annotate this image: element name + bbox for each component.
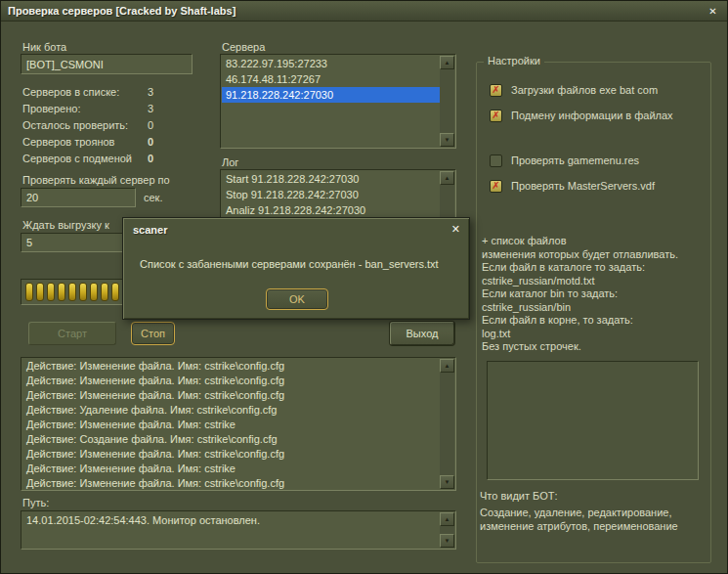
exit-button-label: Выход (407, 328, 439, 339)
list-item[interactable]: Analiz 91.218.228.242:27030 (222, 202, 440, 218)
bot-sees-label: Что видит БОТ: (480, 490, 558, 502)
list-item[interactable]: 91.218.228.242:27030 (222, 87, 440, 103)
stat-label: Проверено: (22, 103, 80, 114)
wait-input[interactable]: 5 (21, 233, 136, 252)
interval-label: Проверять каждый сервер по (22, 174, 170, 186)
nick-label: Ник бота (22, 41, 66, 53)
stats-panel: Серверов в списке:3Проверено:3Осталось п… (22, 86, 194, 169)
help-line: Если файл в корне, то задать: (482, 314, 678, 328)
checkbox-row-download-exe[interactable]: ✗ Загрузки файлов exe bat com (490, 83, 658, 97)
actions-scrollbar[interactable]: ▲ ▼ (440, 359, 454, 489)
progress-block (90, 283, 98, 301)
arrow-down-glyph: ▼ (445, 479, 450, 485)
path-list[interactable]: 14.01.2015-02:42:54:443. Монитор останов… (21, 510, 456, 550)
stat-value: 0 (148, 119, 153, 131)
actions-list[interactable]: Действие: Изменение файла. Имя: cstrike\… (21, 357, 456, 491)
title-bar[interactable]: Проверка серверов [Cracked by Shaft-labs… (1, 1, 727, 22)
list-item[interactable]: Stop 91.218.228.242:27030 (222, 187, 440, 202)
progress-block (79, 283, 87, 301)
scroll-down-icon[interactable]: ▼ (440, 534, 454, 548)
checkbox-icon[interactable]: ✗ (490, 180, 502, 193)
bot-nick-input[interactable]: [BOT]_CSMONI (21, 54, 193, 74)
files-textarea[interactable] (487, 361, 699, 480)
scroll-up-icon[interactable]: ▲ (440, 512, 454, 526)
arrow-down-glyph: ▼ (445, 538, 450, 544)
start-button[interactable]: Старт (28, 322, 116, 345)
checkbox-label: Загрузки файлов exe bat com (511, 84, 658, 96)
arrow-up-glyph: ▲ (445, 516, 450, 522)
path-label: Путь: (22, 497, 49, 508)
stop-button-label: Стоп (141, 328, 165, 339)
scroll-up-icon[interactable]: ▲ (440, 359, 454, 373)
scroll-down-icon[interactable]: ▼ (440, 475, 454, 489)
list-item[interactable]: Действие: Изменение файла. Имя: cstrike\… (22, 359, 440, 374)
ok-button[interactable]: OK (266, 288, 328, 310)
stat-value: 0 (148, 136, 153, 148)
checkbox-row-gamemenu[interactable]: Проверять gamemenu.res (490, 154, 639, 167)
progress-block (101, 283, 108, 301)
checkbox-label: Проверять gamemenu.res (511, 155, 639, 166)
stat-row: Проверено:3 (22, 103, 194, 119)
checkbox-row-file-info-spoof[interactable]: ✗ Подмену информации в файлах (490, 109, 673, 122)
progress-block (36, 283, 44, 301)
help-line: изменения которых будет отлавливать. (482, 248, 678, 262)
list-item[interactable]: Действие: Изменение файла. Имя: cstrike\… (22, 388, 440, 403)
list-item[interactable]: 46.174.48.11:27267 (222, 71, 440, 87)
stat-row: Осталось проверить:0 (22, 119, 194, 136)
arrow-up-glyph: ▲ (445, 363, 450, 369)
scroll-up-icon[interactable]: ▲ (440, 56, 454, 69)
interval-input[interactable]: 20 (21, 188, 136, 207)
stat-value: 0 (148, 153, 153, 164)
interval-unit-label: сек. (144, 192, 163, 203)
servers-label: Сервера (222, 41, 265, 53)
help-line: cstrike_russian/motd.txt (482, 275, 678, 288)
ok-button-label: OK (289, 293, 305, 305)
list-item[interactable]: Start 91.218.228.242:27030 (222, 171, 440, 187)
checkbox-icon[interactable]: ✗ (490, 84, 502, 97)
bot-nick-value: [BOT]_CSMONI (26, 59, 104, 70)
scroll-up-icon[interactable]: ▲ (440, 171, 454, 185)
list-item[interactable]: Действие: Изменение файла. Имя: cstrike\… (22, 476, 440, 489)
arrow-up-glyph: ▲ (445, 60, 450, 66)
stat-label: Осталось проверить: (22, 119, 128, 131)
scroll-down-icon[interactable]: ▼ (440, 133, 454, 147)
close-icon[interactable]: ✕ (706, 4, 720, 19)
list-item[interactable]: Действие: Изменение файла. Имя: cstrike (22, 418, 440, 432)
list-item[interactable]: Действие: Удаление файла. Имя: cstrike\c… (22, 403, 440, 418)
help-line: Если файл в каталоге то задать: (482, 261, 678, 275)
dialog-close-icon[interactable]: ✕ (451, 223, 460, 236)
list-item[interactable]: Действие: Изменение файла. Имя: cstrike\… (22, 374, 440, 388)
exit-button[interactable]: Выход (390, 322, 454, 345)
checkbox-row-masterservers[interactable]: ✗ Проверять MasterServers.vdf (490, 179, 655, 193)
stop-button[interactable]: Стоп (131, 322, 175, 345)
wait-label: Ждать выгрузку к (22, 219, 109, 231)
servers-list[interactable]: 83.222.97.195:2723346.174.48.11:2726791.… (220, 54, 456, 149)
list-item[interactable]: 14.01.2015-02:42:54:443. Монитор останов… (22, 512, 440, 528)
list-item[interactable]: Действие: Создание файла. Имя: cstrike\c… (22, 432, 440, 447)
path-scrollbar[interactable]: ▲ ▼ (440, 512, 454, 548)
stat-label: Серверов троянов (22, 136, 114, 148)
stat-row: Серверов в списке:3 (22, 86, 194, 103)
help-line: Без пустых строчек. (482, 340, 678, 354)
list-item[interactable]: 83.222.97.195:27233 (222, 56, 440, 71)
window-title: Проверка серверов [Cracked by Shaft-labs… (8, 5, 236, 17)
progress-block (68, 283, 76, 301)
progress-block (58, 283, 65, 301)
list-item[interactable]: Действие: Изменение файла. Имя: cstrike (22, 462, 440, 476)
stat-label: Серверов с подменой (22, 153, 132, 164)
progress-block (111, 283, 119, 301)
start-button-label: Старт (58, 328, 87, 339)
servers-scrollbar[interactable]: ▲ ▼ (440, 56, 454, 147)
checkbox-icon[interactable]: ✗ (490, 110, 502, 122)
list-item[interactable]: Действие: Изменение файла. Имя: cstrike\… (22, 447, 440, 462)
stat-row: Серверов троянов0 (22, 136, 194, 153)
arrow-down-glyph: ▼ (445, 137, 450, 143)
dialog-message: Список с забанеными серверами сохранён -… (140, 258, 439, 270)
checkbox-icon[interactable] (490, 155, 502, 167)
help-line: Если каталог bin то задать: (482, 287, 678, 301)
progress-block (25, 283, 33, 301)
stat-value: 3 (148, 103, 153, 114)
help-line: + список файлов (482, 235, 678, 248)
interval-value: 20 (26, 192, 38, 203)
help-line: log.txt (482, 328, 678, 341)
